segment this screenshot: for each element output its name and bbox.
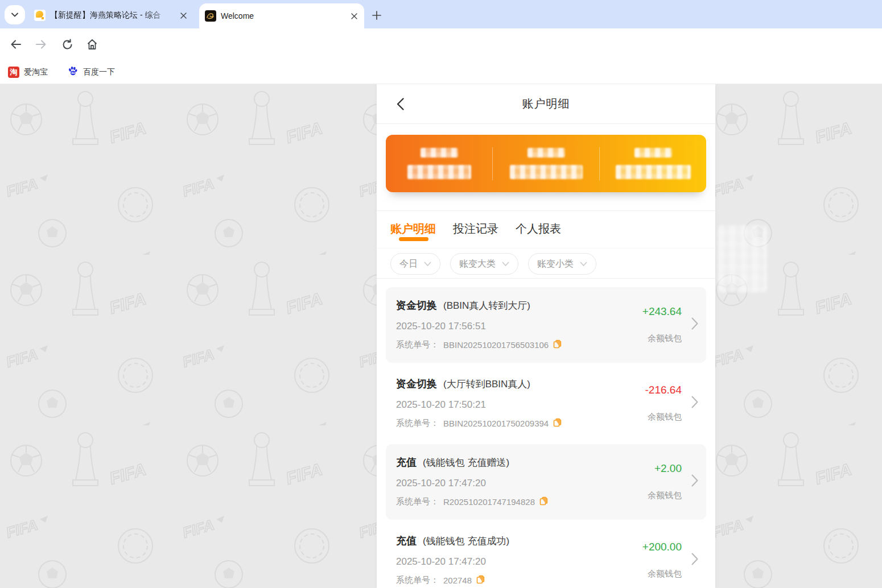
report-tabs: 账户明细 投注记录 个人报表 [377, 211, 715, 249]
transaction-amount: +243.64 [642, 305, 682, 318]
transaction-amount: -216.64 [645, 384, 682, 396]
transaction-info: 资金切换 (大厅转到BBIN真人) 2025-10-20 17:50:21 系统… [396, 377, 645, 429]
transaction-amount: +200.00 [642, 541, 682, 553]
forum-favicon-icon [34, 10, 46, 21]
order-number-label: 系统单号： [396, 575, 439, 586]
transaction-datetime: 2025-10-20 17:50:21 [396, 399, 645, 411]
order-number-label: 系统单号： [396, 418, 439, 429]
transaction-note: (BBIN真人转到大厅) [443, 299, 530, 312]
taobao-icon: 淘 [8, 67, 19, 78]
balance-column [600, 148, 706, 179]
transaction-row[interactable]: 充值 (钱能钱包 充值成功) 2025-10-20 17:47:20 系统单号：… [386, 523, 706, 588]
transaction-row[interactable]: 资金切换 (BBIN真人转到大厅) 2025-10-20 17:56:51 系统… [386, 287, 706, 363]
browser-tab-welcome[interactable]: Welcome [199, 3, 364, 28]
chevron-right-icon[interactable] [691, 474, 698, 489]
filter-row: 今日 账变大类 账变小类 [377, 249, 715, 279]
transaction-datetime: 2025-10-20 17:47:20 [396, 478, 648, 489]
masked-balance-label [634, 148, 672, 158]
transaction-type: 充值 [396, 456, 417, 469]
masked-balance-value [510, 165, 583, 179]
transaction-type: 资金切换 [396, 299, 437, 312]
chevron-right-icon[interactable] [691, 553, 698, 568]
balance-card-section [377, 124, 715, 211]
copy-icon[interactable] [539, 496, 548, 507]
transaction-info: 充值 (钱能钱包 充值赠送) 2025-10-20 17:47:20 系统单号：… [396, 456, 648, 507]
wallet-type: 余额钱包 [648, 412, 682, 423]
tab-close-icon[interactable] [179, 11, 188, 20]
page-background: FIFA FIFA 账户明细 [0, 84, 882, 588]
major-category-dropdown[interactable]: 账变大类 [450, 253, 518, 275]
order-number-label: 系统单号： [396, 496, 439, 507]
blurred-region [718, 225, 767, 292]
tab-personal-report[interactable]: 个人报表 [516, 221, 561, 248]
transaction-info: 充值 (钱能钱包 充值成功) 2025-10-20 17:47:20 系统单号：… [396, 534, 642, 586]
transaction-note: (大厅转到BBIN真人) [443, 378, 530, 391]
tab-title: Welcome [221, 11, 345, 20]
balance-column [493, 148, 599, 179]
wallet-type: 余额钱包 [648, 333, 682, 344]
transaction-type: 资金切换 [396, 377, 437, 391]
date-filter-dropdown[interactable]: 今日 [390, 253, 440, 275]
transaction-info: 资金切换 (BBIN真人转到大厅) 2025-10-20 17:56:51 系统… [396, 299, 642, 350]
filter-label: 今日 [399, 258, 418, 270]
back-button[interactable] [9, 38, 23, 51]
balance-card [386, 135, 706, 192]
masked-balance-value [407, 165, 471, 179]
back-chevron-icon[interactable] [394, 98, 406, 110]
wallet-type: 余额钱包 [648, 490, 682, 501]
balance-column [386, 148, 492, 179]
chevron-down-icon [424, 262, 431, 267]
order-number-value: BBIN202510201750209394 [443, 419, 549, 428]
bookmark-label: 百度一下 [83, 67, 115, 77]
masked-balance-label [527, 148, 565, 158]
transaction-list: 资金切换 (BBIN真人转到大厅) 2025-10-20 17:56:51 系统… [377, 279, 715, 588]
chevron-right-icon[interactable] [691, 317, 698, 332]
baidu-paw-icon: du [67, 65, 79, 78]
panel-header: 账户明细 [377, 84, 715, 124]
filter-label: 账变大类 [459, 258, 496, 270]
minor-category-dropdown[interactable]: 账变小类 [528, 253, 596, 275]
bookmark-aitaobao[interactable]: 淘 爱淘宝 [8, 67, 48, 78]
copy-icon[interactable] [553, 339, 562, 350]
bookmark-baidu[interactable]: du 百度一下 [67, 65, 115, 78]
tab-bet-records[interactable]: 投注记录 [453, 221, 498, 248]
transaction-row[interactable]: 充值 (钱能钱包 充值赠送) 2025-10-20 17:47:20 系统单号：… [386, 444, 706, 520]
welcome-favicon-icon [205, 10, 216, 22]
transaction-note: (钱能钱包 充值成功) [423, 535, 509, 548]
order-number-value: R202510201747194828 [443, 497, 535, 507]
transaction-datetime: 2025-10-20 17:56:51 [396, 321, 642, 332]
browser-toolbar: 175616.cc/reports/index [0, 28, 882, 60]
chevron-right-icon[interactable] [691, 396, 698, 411]
transaction-datetime: 2025-10-20 17:47:20 [396, 556, 642, 568]
copy-icon[interactable] [476, 575, 485, 586]
tab-search-button[interactable] [5, 5, 25, 24]
active-tab-underline [399, 237, 428, 241]
masked-balance-value [616, 165, 691, 179]
reload-button[interactable] [60, 38, 74, 51]
tab-account-detail[interactable]: 账户明细 [390, 221, 436, 248]
forward-button[interactable] [34, 38, 48, 51]
tab-close-icon[interactable] [349, 11, 358, 20]
order-number-value: 202748 [443, 575, 472, 585]
transaction-type: 充值 [396, 534, 417, 548]
bookmarks-bar: 淘 爱淘宝 du 百度一下 [0, 60, 882, 84]
filter-label: 账变小类 [537, 258, 574, 270]
transaction-row[interactable]: 资金切换 (大厅转到BBIN真人) 2025-10-20 17:50:21 系统… [386, 366, 706, 441]
bookmark-label: 爱淘宝 [24, 67, 48, 77]
order-number-value: BBIN202510201756503106 [443, 340, 549, 350]
transaction-amount: +2.00 [654, 462, 682, 475]
order-number-label: 系统单号： [396, 339, 439, 350]
new-tab-button[interactable] [369, 7, 385, 23]
svg-text:du: du [71, 71, 75, 74]
chevron-down-icon [580, 262, 587, 267]
page-title: 账户明细 [522, 96, 570, 111]
copy-icon[interactable] [553, 418, 562, 429]
home-button[interactable] [85, 38, 99, 51]
transaction-note: (钱能钱包 充值赠送) [423, 456, 509, 469]
wallet-type: 余额钱包 [648, 569, 682, 579]
browser-tab-forum[interactable]: 【新提醒】海燕策略论坛 - 综合 [28, 5, 193, 26]
browser-tab-strip: 【新提醒】海燕策略论坛 - 综合 Welcome [0, 0, 882, 28]
account-detail-panel: 账户明细 账户明细 投注记录 [377, 84, 715, 588]
tab-title: 【新提醒】海燕策略论坛 - 综合 [50, 10, 174, 20]
masked-balance-label [421, 148, 458, 158]
